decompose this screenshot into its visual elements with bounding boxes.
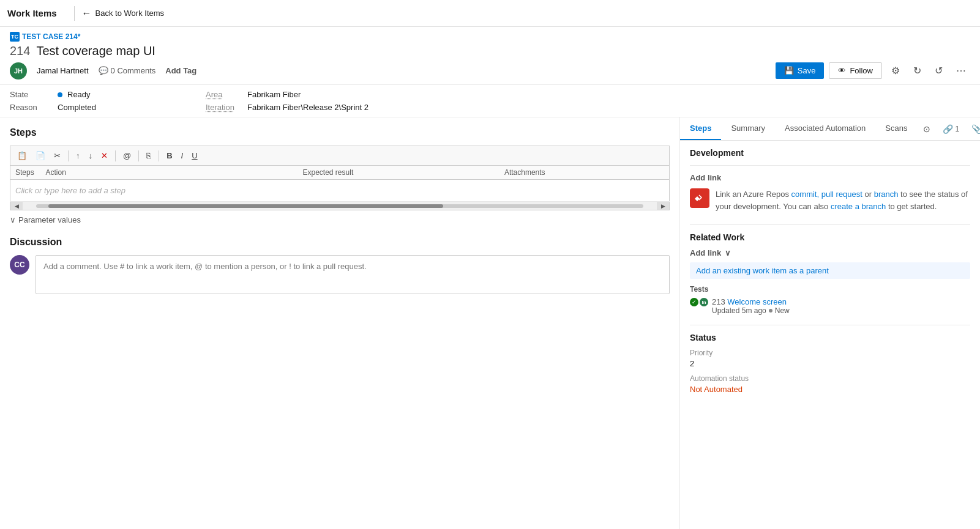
expected-result-col-header: Expected result [298, 166, 499, 180]
add-shared-step-btn[interactable]: 📄 [32, 149, 48, 163]
move-up-btn[interactable]: ↑ [73, 149, 83, 163]
status-title: Status [690, 333, 970, 342]
italic-btn[interactable]: I [178, 149, 187, 163]
underline-btn[interactable]: U [189, 149, 200, 163]
down-arrow-icon: ↓ [89, 151, 93, 160]
delete-step-btn[interactable]: ✕ [98, 149, 111, 163]
italic-icon: I [181, 151, 184, 160]
gear-icon: ⚙ [891, 65, 900, 76]
undo-button[interactable]: ↺ [930, 62, 947, 80]
add-tag-button[interactable]: Add Tag [165, 66, 196, 75]
history-tab-btn[interactable]: ⊙ [917, 119, 937, 139]
follow-icon: 👁 [838, 66, 846, 75]
links-tab-btn[interactable]: 🔗 1 [937, 119, 965, 139]
comment-icon: 💬 [99, 66, 108, 75]
state-dot [58, 92, 62, 97]
insert-step-btn[interactable]: ✂ [51, 149, 64, 163]
save-button[interactable]: 💾 Save [776, 62, 825, 79]
parameter-values-row[interactable]: ∨ Parameter values [10, 215, 670, 224]
tab-summary[interactable]: Summary [721, 117, 775, 140]
shared-step-icon: 📄 [36, 151, 45, 160]
scroll-right-arrow[interactable]: ▶ [657, 202, 669, 210]
test-name-link[interactable]: Welcome screen [727, 297, 787, 306]
dev-description-text: Link an Azure Repos commit, pull request… [716, 188, 970, 212]
tab-scans[interactable]: Scans [875, 117, 917, 140]
automation-status-label: Automation status [690, 374, 970, 383]
scrollbar-track [36, 204, 643, 208]
create-branch-link[interactable]: create a branch [831, 202, 886, 211]
steps-toolbar: 📋 📄 ✂ ↑ ↓ ✕ @ ⎘ [10, 146, 670, 165]
back-label: Back to Work Items [95, 9, 164, 18]
nav-divider [74, 6, 75, 21]
steps-header-row: Steps Action Expected result Attachments [10, 166, 670, 180]
item-number: 214 [10, 44, 30, 58]
attachments-tab-btn[interactable]: 📎 0 [965, 119, 980, 139]
up-arrow-icon: ↑ [76, 151, 80, 160]
table-row[interactable]: Click or type here to add a step [10, 180, 670, 202]
steps-col-header: Steps [10, 166, 41, 180]
steps-table: Steps Action Expected result Attachments… [10, 165, 670, 202]
scroll-left-arrow[interactable]: ◀ [10, 202, 23, 210]
test-updated: Updated 5m ago New [712, 306, 790, 315]
links-badge: 1 [955, 125, 959, 133]
parameter-btn[interactable]: @ [120, 149, 134, 163]
development-section: Development Add link Link an Azure Repos [690, 148, 970, 212]
pull-request-link[interactable]: pull request [821, 190, 862, 199]
more-options-button[interactable]: ⋯ [952, 62, 970, 80]
refresh-icon: ↻ [913, 65, 921, 76]
add-step-icon-btn[interactable]: 📋 [14, 149, 30, 163]
commit-link[interactable]: commit, [791, 190, 820, 199]
area-value[interactable]: Fabrikam Fiber [247, 90, 301, 99]
automation-status-field: Automation status Not Automated [690, 374, 970, 394]
copy-btn[interactable]: ⎘ [143, 149, 154, 163]
test-case-icon: TC [10, 32, 20, 42]
workitems-nav-label: Work Items [7, 8, 67, 18]
comments-link[interactable]: 💬 0 Comments [99, 66, 156, 75]
azure-repos-icon [690, 188, 709, 208]
development-title: Development [690, 148, 970, 158]
area-label: Area [206, 90, 242, 99]
settings-button[interactable]: ⚙ [887, 62, 904, 80]
toolbar-sep-4 [159, 150, 159, 161]
steps-section-title: Steps [10, 127, 670, 138]
add-step-icon: 📋 [17, 151, 27, 160]
branch-link[interactable]: branch [874, 190, 899, 199]
tabs-bar: Steps Summary Associated Automation Scan… [680, 117, 980, 141]
main-content: Steps 📋 📄 ✂ ↑ ↓ ✕ @ [0, 117, 980, 529]
history-icon: ⊙ [923, 124, 930, 134]
status-section: Status Priority 2 Automation status Not … [690, 333, 970, 394]
item-title[interactable]: Test coverage map UI [36, 44, 155, 58]
related-work-divider [690, 224, 970, 225]
tab-associated-automation[interactable]: Associated Automation [775, 117, 875, 140]
move-down-btn[interactable]: ↓ [86, 149, 96, 163]
toolbar-sep-3 [138, 150, 139, 161]
right-panel: Steps Summary Associated Automation Scan… [680, 117, 980, 529]
comment-input[interactable] [36, 255, 670, 294]
comments-count: 0 Comments [111, 66, 156, 75]
add-step-hint[interactable]: Click or type here to add a step [15, 186, 125, 195]
tab-steps[interactable]: Steps [680, 117, 721, 140]
header-actions: 💾 Save 👁 Follow ⚙ ↻ ↺ ⋯ [776, 62, 970, 80]
bold-btn[interactable]: B [163, 149, 175, 163]
priority-field: Priority 2 [690, 349, 970, 368]
refresh-button[interactable]: ↻ [909, 62, 926, 80]
underline-icon: U [192, 151, 197, 160]
related-add-link[interactable]: Add link ∨ [690, 248, 970, 257]
discussion-title: Discussion [10, 237, 670, 248]
fields-row: State Ready Reason Completed Area Fabrik… [0, 85, 980, 117]
reason-value[interactable]: Completed [58, 103, 96, 112]
priority-value[interactable]: 2 [690, 359, 970, 368]
dev-add-link-label[interactable]: Add link [690, 173, 721, 182]
author-avatar: JH [10, 62, 27, 80]
iteration-value[interactable]: Fabrikam Fiber\Release 2\Sprint 2 [247, 103, 368, 112]
state-label: State [10, 90, 53, 99]
in-progress-icon: In [700, 298, 708, 306]
back-to-workitems-btn[interactable]: ← Back to Work Items [82, 8, 164, 19]
state-value[interactable]: Ready [67, 90, 91, 99]
copy-icon: ⎘ [146, 151, 151, 160]
horizontal-scrollbar[interactable]: ◀ ▶ [10, 202, 670, 210]
follow-button[interactable]: 👁 Follow [829, 62, 882, 79]
parameter-icon: @ [123, 151, 131, 160]
add-parent-link[interactable]: Add an existing work item as a parent [690, 262, 970, 279]
automation-status-value[interactable]: Not Automated [690, 385, 970, 394]
